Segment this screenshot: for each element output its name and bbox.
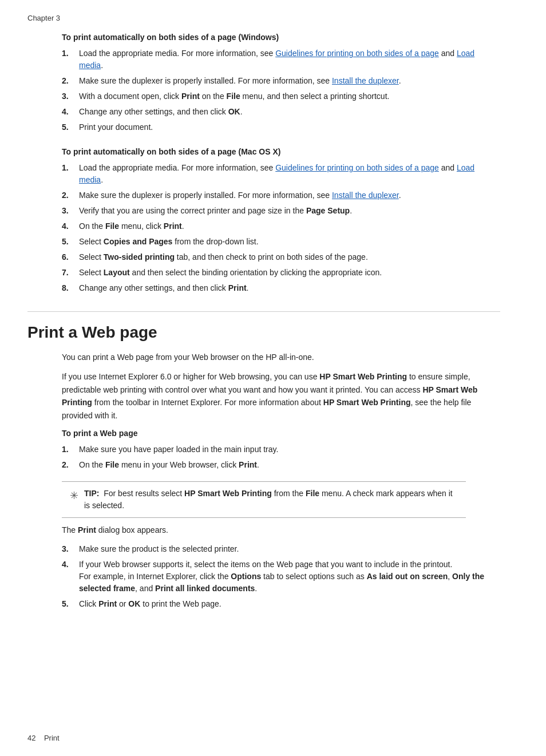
step-num: 1. xyxy=(62,48,69,60)
step-num: 1. xyxy=(62,162,69,174)
windows-section: To print automatically on both sides of … xyxy=(27,33,500,133)
web-steps-list-2: 3. Make sure the product is the selected… xyxy=(62,543,500,610)
step-text: Make sure you have paper loaded in the m… xyxy=(79,445,278,454)
step-text: Make sure the product is the selected pr… xyxy=(79,544,239,553)
web-steps-list-1: 1. Make sure you have paper loaded in th… xyxy=(62,444,500,471)
web-step-2: 2. On the File menu in your Web browser,… xyxy=(62,459,500,471)
step-text: If your Web browser supports it, select … xyxy=(79,560,484,593)
step-text: On the File menu in your Web browser, cl… xyxy=(79,460,259,469)
tip-icon: ✳ xyxy=(70,488,78,504)
chapter-label: Chapter 3 xyxy=(27,14,500,22)
web-step-1: 1. Make sure you have paper loaded in th… xyxy=(62,444,500,456)
step-text: Change any other settings, and then clic… xyxy=(79,283,249,292)
mac-step-1: 1. Load the appropriate media. For more … xyxy=(62,162,500,186)
step-text: Load the appropriate media. For more inf… xyxy=(79,163,474,184)
mac-steps-list: 1. Load the appropriate media. For more … xyxy=(62,162,500,294)
web-page-heading: Print a Web page xyxy=(27,311,500,342)
mac-step-6: 6. Select Two-sided printing tab, and th… xyxy=(62,251,500,263)
windows-step-1: 1. Load the appropriate media. For more … xyxy=(62,48,500,72)
step-num: 4. xyxy=(62,220,69,232)
step-num: 5. xyxy=(62,598,69,610)
step-text: Click Print or OK to print the Web page. xyxy=(79,599,221,608)
step-text: Verify that you are using the correct pr… xyxy=(79,206,352,215)
web-step-5: 5. Click Print or OK to print the Web pa… xyxy=(62,598,500,610)
footer-section: Print xyxy=(44,734,60,742)
step-num: 2. xyxy=(62,459,69,471)
step-text: With a document open, click Print on the… xyxy=(79,92,389,101)
step-num: 4. xyxy=(62,106,69,118)
step-text: Select Copies and Pages from the drop-do… xyxy=(79,237,259,246)
step-num: 5. xyxy=(62,121,69,133)
web-intro-1: You can print a Web page from your Web b… xyxy=(62,351,500,363)
mac-section: To print automatically on both sides of … xyxy=(27,147,500,294)
step-text: Make sure the duplexer is properly insta… xyxy=(79,76,401,85)
guidelines-link-1[interactable]: Guidelines for printing on both sides of… xyxy=(275,49,439,58)
step-text: Select Two-sided printing tab, and then … xyxy=(79,252,368,262)
mac-step-7: 7. Select Layout and then select the bin… xyxy=(62,267,500,279)
tip-content: TIP: For best results select HP Smart We… xyxy=(84,488,458,512)
step-num: 2. xyxy=(62,75,69,87)
windows-steps-list: 1. Load the appropriate media. For more … xyxy=(62,48,500,133)
windows-step-5: 5. Print your document. xyxy=(62,121,500,133)
web-subheading: To print a Web page xyxy=(62,429,500,438)
step-num: 2. xyxy=(62,189,69,201)
step-num: 3. xyxy=(62,90,69,102)
mac-heading: To print automatically on both sides of … xyxy=(62,147,500,156)
footer: 42 Print xyxy=(27,734,60,742)
step-text: Change any other settings, and then clic… xyxy=(79,107,243,116)
guidelines-link-2[interactable]: Guidelines for printing on both sides of… xyxy=(275,163,439,172)
step-num: 8. xyxy=(62,282,69,294)
windows-heading: To print automatically on both sides of … xyxy=(62,33,500,42)
mac-step-3: 3. Verify that you are using the correct… xyxy=(62,205,500,217)
web-step-3: 3. Make sure the product is the selected… xyxy=(62,543,500,555)
tip-box: ✳ TIP: For best results select HP Smart … xyxy=(62,481,466,518)
step-num: 1. xyxy=(62,444,69,456)
web-step-4: 4. If your Web browser supports it, sele… xyxy=(62,559,500,595)
step-num: 3. xyxy=(62,205,69,217)
step-text: Load the appropriate media. For more inf… xyxy=(79,49,474,70)
step-text: Select Layout and then select the bindin… xyxy=(79,268,382,277)
step-num: 5. xyxy=(62,236,69,248)
web-intro-2: If you use Internet Explorer 6.0 or high… xyxy=(62,370,500,422)
step-num: 3. xyxy=(62,543,69,555)
web-page-section: Print a Web page You can print a Web pag… xyxy=(27,311,500,610)
mac-step-5: 5. Select Copies and Pages from the drop… xyxy=(62,236,500,248)
windows-step-4: 4. Change any other settings, and then c… xyxy=(62,106,500,118)
page-number: 42 xyxy=(27,734,35,742)
install-duplexer-link-1[interactable]: Install the duplexer xyxy=(332,76,399,85)
mac-step-2: 2. Make sure the duplexer is properly in… xyxy=(62,189,500,201)
windows-step-3: 3. With a document open, click Print on … xyxy=(62,90,500,102)
mac-step-8: 8. Change any other settings, and then c… xyxy=(62,282,500,294)
step-text: Print your document. xyxy=(79,122,153,132)
step-num: 4. xyxy=(62,559,69,571)
step-num: 6. xyxy=(62,251,69,263)
step-num: 7. xyxy=(62,267,69,279)
step-text: Make sure the duplexer is properly insta… xyxy=(79,191,401,200)
mac-step-4: 4. On the File menu, click Print. xyxy=(62,220,500,232)
step-text: On the File menu, click Print. xyxy=(79,221,184,231)
print-dialog-text: The Print dialog box appears. xyxy=(62,524,500,536)
windows-step-2: 2. Make sure the duplexer is properly in… xyxy=(62,75,500,87)
page: Chapter 3 To print automatically on both… xyxy=(0,0,546,756)
install-duplexer-link-2[interactable]: Install the duplexer xyxy=(332,191,399,200)
